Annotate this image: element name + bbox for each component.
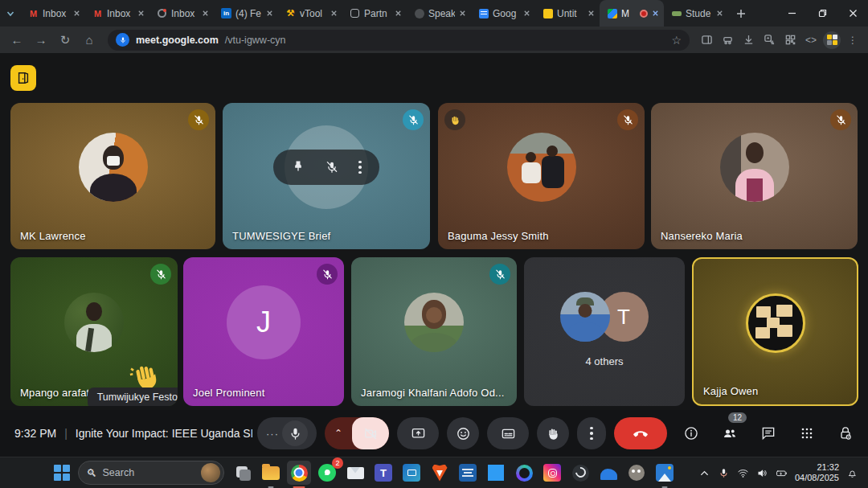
people-panel-button[interactable]: 12 xyxy=(720,424,739,443)
instagram-button[interactable] xyxy=(540,461,564,485)
camera-button[interactable]: ⌃ xyxy=(325,417,389,449)
vscode-button[interactable] xyxy=(484,461,508,485)
tile-hover-controls[interactable] xyxy=(273,150,379,185)
download-icon[interactable] xyxy=(739,31,757,49)
brave-button[interactable] xyxy=(428,461,452,485)
close-icon[interactable] xyxy=(137,10,145,17)
chrome-button[interactable] xyxy=(287,461,311,485)
task-view-button[interactable] xyxy=(231,461,255,485)
tray-mic-in-use-icon[interactable] xyxy=(718,467,730,479)
meeting-details-button[interactable] xyxy=(682,424,701,443)
home-button[interactable]: ⌂ xyxy=(79,30,100,51)
tab-vtools[interactable]: ⚒ vTool xyxy=(278,0,342,27)
browser-menu-kebab-icon[interactable]: ⋮ xyxy=(844,31,862,49)
wifi-icon[interactable] xyxy=(737,467,749,479)
chat-panel-button[interactable] xyxy=(759,424,778,443)
participant-tile[interactable]: Nansereko Maria xyxy=(651,103,858,249)
qr-grid-icon[interactable] xyxy=(781,31,799,49)
task-view-icon xyxy=(234,464,252,482)
participant-tile[interactable]: TUMWESIGYE Brief xyxy=(223,103,430,249)
close-icon[interactable] xyxy=(73,10,80,17)
tab-partner[interactable]: Partn xyxy=(342,0,407,27)
close-icon[interactable] xyxy=(395,10,402,17)
participant-tile[interactable]: Mpango arafat Tumwijukye Festo xyxy=(10,257,178,406)
participant-tile[interactable]: Baguma Jessy Smith xyxy=(438,103,645,249)
close-window-button[interactable] xyxy=(837,0,868,27)
tab-studocu[interactable]: Stude xyxy=(664,0,728,27)
participant-tile[interactable]: Jaramogi Khalfani Adofo Od... xyxy=(351,257,517,406)
minimize-button[interactable] xyxy=(776,0,807,27)
close-icon[interactable] xyxy=(523,10,530,17)
code-extension-icon[interactable]: <> xyxy=(802,31,820,49)
volume-icon[interactable] xyxy=(756,467,768,479)
whatsapp-button[interactable]: 2 xyxy=(315,461,339,485)
colored-extension-icon[interactable] xyxy=(823,31,841,49)
close-icon[interactable] xyxy=(202,10,209,17)
close-icon[interactable] xyxy=(330,10,338,17)
photos-button[interactable] xyxy=(653,461,677,485)
activities-button[interactable] xyxy=(797,424,817,443)
tab-linkedin[interactable]: in (4) Fe xyxy=(214,0,278,27)
tab-google-doc[interactable]: Goog xyxy=(471,0,535,27)
camera-options-chevron-icon[interactable]: ⌃ xyxy=(325,428,352,439)
tab-speaker[interactable]: Speak xyxy=(407,0,471,27)
overflow-participants-tile[interactable]: T 4 others xyxy=(524,257,685,406)
tab-search-chevron-icon[interactable] xyxy=(0,10,21,18)
close-icon[interactable] xyxy=(716,10,723,17)
bookmark-star-icon[interactable]: ☆ xyxy=(671,34,682,47)
close-icon[interactable] xyxy=(459,10,466,17)
ring-icon xyxy=(158,9,166,18)
participant-tile[interactable]: J Joel Prominent xyxy=(183,257,344,406)
wireshark-button[interactable] xyxy=(596,461,620,485)
webex-button[interactable] xyxy=(512,461,536,485)
back-button[interactable]: ← xyxy=(6,30,27,51)
gimp-button[interactable] xyxy=(624,461,649,485)
close-icon[interactable] xyxy=(652,10,659,17)
mic-button[interactable]: ··· xyxy=(257,417,317,449)
tile-more-options-icon[interactable] xyxy=(358,161,362,174)
mail-button[interactable] xyxy=(343,461,367,485)
close-icon[interactable] xyxy=(588,10,595,17)
reactions-button[interactable] xyxy=(447,417,479,449)
side-panel-icon[interactable] xyxy=(698,31,715,49)
mic-in-use-icon[interactable] xyxy=(116,33,129,47)
battery-icon[interactable] xyxy=(776,467,788,479)
notification-bell-icon[interactable] xyxy=(846,467,858,479)
participant-tile[interactable]: MK Lawrence xyxy=(10,103,215,249)
forward-button[interactable]: → xyxy=(31,30,51,51)
linkedin-icon: in xyxy=(221,8,231,18)
door-extension-badge[interactable] xyxy=(10,65,36,91)
end-call-button[interactable] xyxy=(614,417,667,449)
translate-icon[interactable] xyxy=(760,31,778,49)
address-bar[interactable]: meet.google.com/vtu-igww-cyn ☆ xyxy=(108,30,690,51)
close-icon[interactable] xyxy=(266,10,273,17)
tab-untitled[interactable]: Untit xyxy=(535,0,600,27)
tab-meet-active[interactable]: M xyxy=(600,0,664,27)
present-screen-button[interactable] xyxy=(397,417,439,449)
obs-button[interactable] xyxy=(568,461,592,485)
raise-hand-button[interactable] xyxy=(537,417,569,449)
start-button[interactable] xyxy=(50,461,74,485)
pin-icon[interactable] xyxy=(291,160,305,174)
new-tab-button[interactable] xyxy=(731,9,751,18)
tab-inbox-1[interactable]: M Inbox xyxy=(21,0,85,27)
company-portal-button[interactable] xyxy=(399,461,424,485)
mic-options-icon[interactable]: ··· xyxy=(266,428,279,440)
packet-tracer-button[interactable] xyxy=(456,461,480,485)
extension-rover-icon[interactable] xyxy=(719,31,736,49)
more-options-button[interactable] xyxy=(577,417,606,449)
restore-button[interactable] xyxy=(807,0,837,27)
tab-inbox-2[interactable]: M Inbox xyxy=(85,0,149,27)
reload-button[interactable]: ↻ xyxy=(55,30,76,51)
file-explorer-button[interactable] xyxy=(259,461,283,485)
camera-off-icon[interactable] xyxy=(352,417,389,449)
tray-overflow-chevron-icon[interactable] xyxy=(698,467,710,479)
taskbar-search[interactable]: 🔍︎ Search xyxy=(78,461,224,485)
mute-icon[interactable] xyxy=(325,160,339,174)
active-speaker-tile[interactable]: Kajja Owen xyxy=(692,257,858,406)
tab-inbox-3[interactable]: Inbox xyxy=(149,0,214,27)
teams-button[interactable]: T xyxy=(371,461,395,485)
captions-button[interactable] xyxy=(487,417,529,449)
tray-clock[interactable]: 21:32 04/08/2025 xyxy=(795,462,839,483)
host-controls-button[interactable] xyxy=(836,424,855,443)
